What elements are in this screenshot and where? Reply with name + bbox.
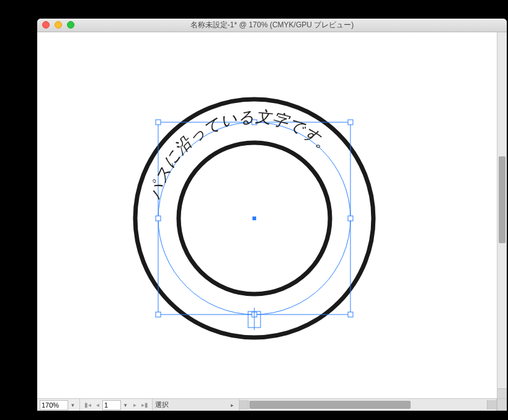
horizontal-scrollbar-thumb[interactable] <box>249 401 411 409</box>
horizontal-scrollbar[interactable] <box>239 399 497 411</box>
minimize-icon[interactable] <box>55 21 62 29</box>
titlebar[interactable]: 名称未設定-1* @ 170% (CMYK/GPU プレビュー) <box>37 19 507 32</box>
svg-rect-3 <box>156 216 161 221</box>
close-icon[interactable] <box>42 21 50 29</box>
path-text-brackets[interactable] <box>248 308 261 330</box>
zoom-icon[interactable] <box>67 21 74 29</box>
chevron-down-icon[interactable]: ▾ <box>68 402 77 408</box>
page-input[interactable] <box>102 400 121 410</box>
window-title: 名称未設定-1* @ 170% (CMYK/GPU プレビュー) <box>190 20 354 30</box>
artwork-canvas[interactable]: パスに沿っている文字です。 <box>37 32 497 398</box>
page-nav: ▮◂ ◂ ▾ ▸ ▸▮ <box>80 399 153 411</box>
traffic-lights <box>42 21 74 29</box>
chevron-right-icon[interactable]: ▸ <box>228 402 236 408</box>
current-tool: 選択 <box>155 400 169 409</box>
svg-rect-7 <box>348 312 353 317</box>
selection-center <box>252 217 256 220</box>
statusbar: ▾ ▮◂ ◂ ▾ ▸ ▸▮ 選択 ▸ <box>37 398 507 411</box>
document-window: 名称未設定-1* @ 170% (CMYK/GPU プレビュー) <box>37 19 507 411</box>
path-text-content: パスに沿っている文字です。 <box>146 107 337 201</box>
vertical-scrollbar-thumb[interactable] <box>499 156 506 243</box>
zoom-input[interactable] <box>40 400 68 410</box>
scrollbar-corner <box>497 388 507 398</box>
svg-rect-0 <box>156 120 161 125</box>
canvas-viewport[interactable]: パスに沿っている文字です。 <box>37 32 497 398</box>
svg-rect-2 <box>348 120 353 125</box>
next-page-button[interactable]: ▸ <box>130 401 140 408</box>
resize-grip[interactable] <box>497 399 507 411</box>
content-area: パスに沿っている文字です。 <box>37 32 507 398</box>
svg-rect-4 <box>348 216 353 221</box>
first-page-button[interactable]: ▮◂ <box>82 401 92 408</box>
prev-page-button[interactable]: ◂ <box>92 401 102 408</box>
zoom-control[interactable]: ▾ <box>37 399 80 411</box>
svg-rect-5 <box>156 312 161 317</box>
chevron-down-icon[interactable]: ▾ <box>121 402 130 408</box>
tool-label[interactable]: 選択 ▸ <box>153 399 239 411</box>
path-text[interactable]: パスに沿っている文字です。 <box>146 107 337 201</box>
vertical-scrollbar[interactable] <box>497 32 507 398</box>
last-page-button[interactable]: ▸▮ <box>140 401 149 408</box>
